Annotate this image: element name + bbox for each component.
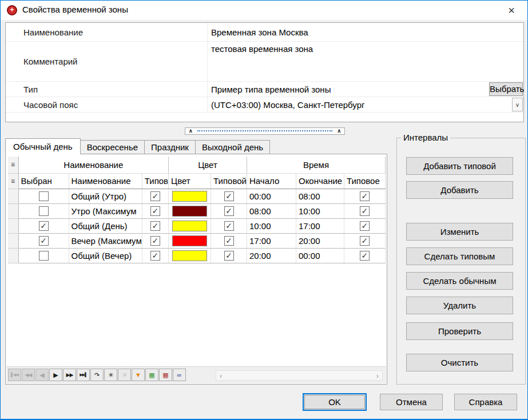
start-time-cell[interactable]: 10:00 [247,218,296,233]
make-typical-button[interactable]: Сделать типовым [406,247,513,265]
interval-name-cell[interactable]: Вечер (Максимум [69,233,142,248]
column-header[interactable]: Выбран [18,173,69,189]
window-title: Свойства временной зоны [22,5,128,14]
edit-button[interactable]: Изменить [406,223,513,241]
column-group-header[interactable]: Цвет [169,157,247,173]
tab-day-off[interactable]: Выходной день [195,140,270,154]
timezone-dropdown-button[interactable]: ∨ [512,98,523,111]
typical-checkbox[interactable]: ✓ [150,221,160,231]
check-button[interactable]: Проверить [406,322,513,340]
add-button[interactable]: Добавить [406,181,513,199]
color-typical-checkbox[interactable]: ✓ [224,221,234,231]
column-header[interactable]: Типовое [344,173,385,189]
nav-next-icon[interactable]: ▶ [49,369,62,381]
typical-checkbox[interactable]: ✓ [150,206,160,216]
comment-value-field[interactable]: тестовая временная зона [207,42,523,81]
start-time-cell[interactable]: 20:00 [247,248,296,263]
selected-checkbox[interactable] [39,206,49,216]
tab-sunday[interactable]: Воскресенье [80,140,145,154]
typical-checkbox[interactable]: ✓ [150,251,160,261]
color-swatch[interactable] [172,191,207,202]
interval-name-cell[interactable]: Общий (Вечер) [69,248,142,263]
hscroll-left-arrow[interactable]: ‹ [220,371,222,380]
day-type-tabs: Обычный деньВоскресеньеПраздникВыходной … [5,138,270,154]
row-indicator [8,248,18,263]
color-swatch[interactable] [172,221,207,231]
column-header[interactable]: Окончание [296,173,344,189]
start-time-cell[interactable]: 00:00 [247,189,296,203]
nav-add-record-icon[interactable]: ▦ [145,369,158,381]
time-typical-checkbox[interactable]: ✓ [360,206,370,216]
help-button[interactable]: Справка [454,394,517,410]
color-swatch[interactable] [172,250,207,261]
delete-button[interactable]: Удалить [406,297,513,314]
time-typical-checkbox[interactable]: ✓ [360,221,370,231]
collapse-splitter[interactable]: ∧ ∧ [185,127,345,135]
selected-checkbox[interactable]: ✓ [39,236,49,246]
name-label: Наименование [6,23,207,41]
start-time-cell[interactable]: 17:00 [247,233,296,248]
column-header[interactable]: Цвет [169,173,211,189]
interval-name-cell[interactable]: Общий (Утро) [69,189,142,203]
intervals-group: Интервалы Добавить типовойДобавитьИзмени… [396,138,526,385]
end-time-cell[interactable]: 08:00 [296,189,344,203]
selected-checkbox[interactable] [39,191,49,201]
time-typical-checkbox[interactable]: ✓ [360,236,370,246]
comment-row: Комментарий тестовая временная зона [6,42,523,82]
end-time-cell[interactable]: 20:00 [296,233,344,248]
name-row: Наименование Временная зона Москва [6,23,523,42]
column-group-header[interactable]: Время [247,157,385,173]
interval-name-cell[interactable]: Утро (Максимум [69,203,142,218]
color-swatch[interactable] [172,235,207,246]
horizontal-scrollbar[interactable]: ‹ › [216,370,383,381]
color-typical-checkbox[interactable]: ✓ [224,251,234,261]
hscroll-right-arrow[interactable]: › [376,371,379,380]
type-value-field[interactable]: Пример типа временной зоны [207,82,523,97]
name-value-field[interactable]: Временная зона Москва [207,23,523,41]
select-type-button[interactable]: Выбрать [489,82,523,96]
nav-insert-icon[interactable]: ✳ [104,369,117,381]
tab-holiday[interactable]: Праздник [144,140,196,154]
nav-filter-icon[interactable]: ▼ [132,369,145,381]
typical-checkbox[interactable]: ✓ [150,236,160,246]
timezone-value-field[interactable]: (UTC+03:00) Москва, Санкт-Петербург [207,97,523,112]
column-group-header[interactable]: Наименование [18,157,169,173]
column-header[interactable]: Начало [247,173,296,189]
ok-button[interactable]: OK [303,393,367,411]
timezone-row: Часовой пояс (UTC+03:00) Москва, Санкт-П… [6,97,523,113]
type-row: Тип Пример типа временной зоны Выбрать [6,82,523,97]
app-icon-glyph: + [8,6,16,14]
end-time-cell[interactable]: 17:00 [296,218,344,233]
column-header[interactable]: Типов [142,173,168,189]
selected-checkbox[interactable] [39,251,49,261]
end-time-cell[interactable]: 10:00 [296,203,344,218]
clear-button[interactable]: Очистить [406,354,513,371]
row-indicator [8,218,18,233]
interval-name-cell[interactable]: Общий (День) [69,218,142,233]
column-header[interactable]: Типовой [211,173,247,189]
make-regular-button[interactable]: Сделать обычным [406,272,513,290]
column-header[interactable]: Наименование [69,173,142,189]
end-time-cell[interactable]: 00:00 [296,248,344,263]
color-typical-checkbox[interactable]: ✓ [224,206,234,216]
start-time-cell[interactable]: 08:00 [247,203,296,218]
typical-checkbox[interactable]: ✓ [150,191,160,201]
nav-last-icon[interactable]: ▶▶▌ [77,369,90,381]
nav-find-icon[interactable]: ∞ [173,369,186,381]
selected-checkbox[interactable]: ✓ [39,221,49,231]
color-swatch[interactable] [172,206,207,217]
time-typical-checkbox[interactable]: ✓ [360,251,370,261]
grid-row: Утро (Максимум✓✓08:0010:00✓ [8,203,385,218]
add-typical-button[interactable]: Добавить типовой [406,157,513,175]
nav-next-page-icon[interactable]: ▶▶ [63,369,76,381]
cancel-button[interactable]: Отмена [380,394,443,410]
intervals-grid-panel: ≣НаименованиеЦветВремя≣ВыбранНаименовани… [5,154,387,385]
nav-layout-icon[interactable]: ▦ [159,369,172,381]
tab-regular-day[interactable]: Обычный день [5,138,81,154]
row-indicator [8,203,18,218]
time-typical-checkbox[interactable]: ✓ [360,191,370,201]
color-typical-checkbox[interactable]: ✓ [224,236,234,246]
nav-refresh-icon[interactable]: ↷ [90,369,104,381]
close-button[interactable]: × [503,2,520,18]
color-typical-checkbox[interactable]: ✓ [224,191,234,201]
